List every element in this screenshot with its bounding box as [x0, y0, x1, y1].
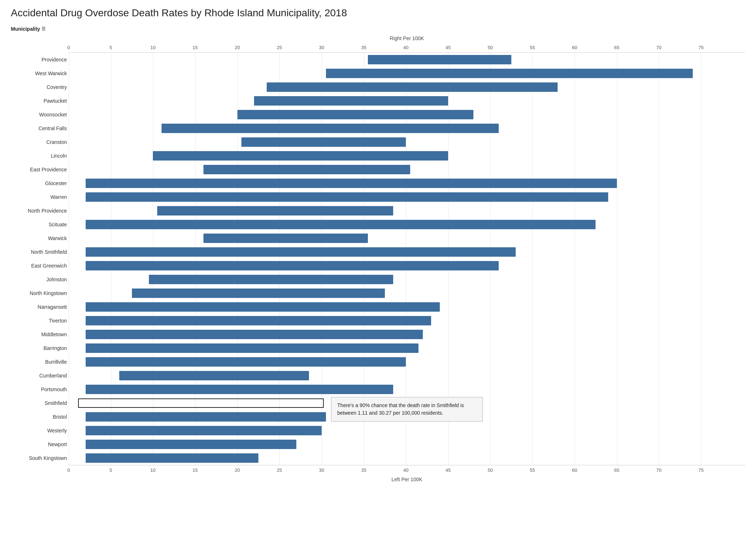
bar-row: Cumberland: [69, 369, 701, 383]
data-bar[interactable]: [203, 165, 410, 174]
axis-bottom: 051015202530354045505560657075: [69, 465, 745, 475]
bar-row: Johnston: [69, 273, 701, 286]
data-bar[interactable]: [86, 220, 596, 229]
tooltip: There's a 90% chance that the death rate…: [331, 397, 483, 422]
bar-row: East Providence: [69, 163, 701, 176]
axis-tick-top: 0: [67, 45, 70, 50]
axis-tick-bottom: 35: [361, 467, 366, 473]
axis-tick-bottom: 0: [67, 467, 70, 473]
axis-tick-top: 25: [277, 45, 282, 50]
municipality-label: Warren: [11, 194, 67, 200]
data-bar[interactable]: [203, 234, 368, 243]
data-bar[interactable]: [86, 316, 431, 325]
data-bar[interactable]: [86, 343, 419, 353]
data-bar[interactable]: [86, 453, 258, 463]
bar-row: Woonsocket: [69, 108, 701, 121]
axis-tick-bottom: 60: [572, 467, 577, 473]
data-bar[interactable]: [86, 247, 516, 257]
municipality-label: East Providence: [11, 167, 67, 172]
data-bar[interactable]: [86, 192, 609, 202]
data-bar[interactable]: [86, 261, 499, 270]
axis-tick-bottom: 70: [656, 467, 661, 473]
chart-container: Municipality ☰ Right Per 100K 0510152025…: [11, 22, 745, 482]
axis-tick-top: 55: [530, 45, 535, 50]
bar-row: Scituate: [69, 218, 701, 231]
municipality-label: Narragansett: [11, 304, 67, 310]
filter-icon[interactable]: ☰: [42, 26, 46, 31]
municipality-label: Middletown: [11, 332, 67, 337]
bar-row: North Providence: [69, 204, 701, 218]
axis-tick-bottom: 65: [614, 467, 619, 473]
axis-tick-bottom: 25: [277, 467, 282, 473]
bar-row: North Kingstown: [69, 286, 701, 300]
bar-row: SmithfieldThere's a 90% chance that the …: [69, 396, 701, 410]
data-bar[interactable]: [149, 275, 394, 284]
bar-row: Pawtucket: [69, 94, 701, 108]
axis-tick-top: 40: [403, 45, 408, 50]
municipality-label: Smithfield: [11, 400, 67, 406]
data-bar[interactable]: [326, 69, 693, 78]
data-bar[interactable]: [86, 440, 296, 449]
municipality-label: Portsmouth: [11, 386, 67, 392]
axis-tick-bottom: 75: [699, 467, 704, 473]
municipality-label: Cranston: [11, 139, 67, 145]
axis-bottom-label: Left Per 100K: [11, 477, 745, 482]
data-bar[interactable]: [162, 124, 499, 133]
axis-tick-bottom: 15: [193, 467, 198, 473]
bar-row: Narragansett: [69, 300, 701, 314]
municipality-label: West Warwick: [11, 71, 67, 76]
data-bar[interactable]: [86, 330, 423, 339]
data-bar[interactable]: [254, 96, 448, 106]
municipality-label: North Providence: [11, 208, 67, 214]
data-bar[interactable]: [157, 206, 393, 215]
municipality-label: Coventry: [11, 84, 67, 90]
municipality-label: Barrington: [11, 345, 67, 351]
municipality-label: Glocester: [11, 180, 67, 186]
axis-tick-top: 15: [193, 45, 198, 50]
municipality-label: East Greenwich: [11, 263, 67, 269]
axis-tick-top: 35: [361, 45, 366, 50]
data-bar[interactable]: [119, 371, 309, 380]
data-bar[interactable]: [237, 110, 473, 119]
data-bar[interactable]: [241, 137, 406, 147]
axis-top: 051015202530354045505560657075: [69, 43, 745, 53]
rows-container: ProvidenceWest WarwickCoventryPawtucketW…: [69, 53, 745, 465]
municipality-label: Central Falls: [11, 125, 67, 131]
data-bar[interactable]: [86, 357, 406, 367]
bar-row: Lincoln: [69, 149, 701, 163]
municipality-label: Newport: [11, 441, 67, 447]
axis-tick-bottom: 5: [109, 467, 112, 473]
highlighted-bar[interactable]: [78, 398, 324, 408]
municipality-label: Johnston: [11, 277, 67, 282]
bar-row: Burrillville: [69, 355, 701, 369]
data-bar[interactable]: [153, 151, 448, 161]
axis-tick-bottom: 20: [235, 467, 240, 473]
data-bar[interactable]: [86, 179, 617, 188]
municipality-label: Westerly: [11, 428, 67, 433]
bar-row: Middletown: [69, 328, 701, 341]
municipality-label: Lincoln: [11, 153, 67, 159]
bar-row: Portsmouth: [69, 383, 701, 396]
axis-tick-top: 5: [109, 45, 112, 50]
data-bar[interactable]: [86, 426, 322, 435]
data-bar[interactable]: [132, 289, 385, 298]
bar-row: Newport: [69, 437, 701, 451]
grid-line: [701, 53, 701, 465]
axis-tick-top: 10: [150, 45, 155, 50]
axis-tick-bottom: 50: [487, 467, 493, 473]
axis-tick-top: 50: [487, 45, 493, 50]
data-bar[interactable]: [86, 302, 440, 312]
bar-row: Providence: [69, 53, 701, 67]
bar-row: Cranston: [69, 135, 701, 149]
chart-title: Accidental Drug Overdose Death Rates by …: [11, 7, 745, 19]
bar-row: Tiverton: [69, 314, 701, 328]
bar-row: Westerly: [69, 424, 701, 437]
data-bar[interactable]: [368, 55, 511, 64]
bar-row: East Greenwich: [69, 259, 701, 273]
data-bar[interactable]: [86, 385, 394, 394]
municipality-header: Municipality ☰: [11, 26, 69, 32]
data-bar[interactable]: [267, 82, 558, 92]
axis-tick-bottom: 55: [530, 467, 535, 473]
header-row: Municipality ☰: [11, 22, 745, 35]
data-bar[interactable]: [86, 412, 326, 422]
